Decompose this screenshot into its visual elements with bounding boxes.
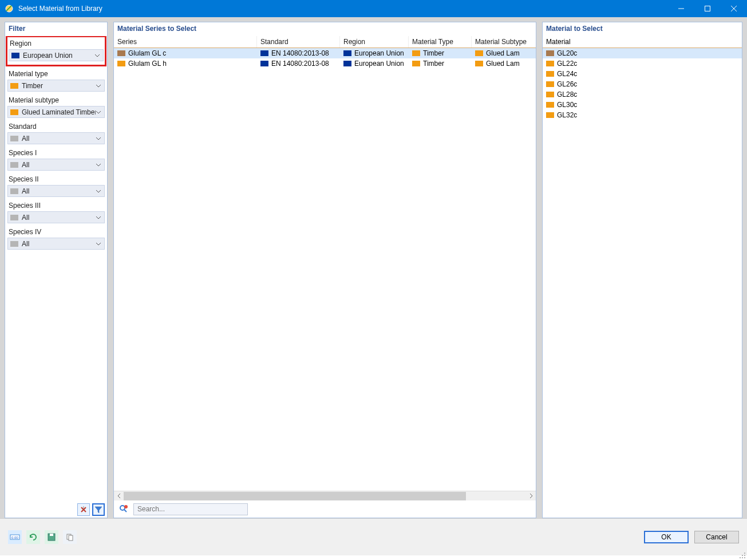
filter-tools [5, 502, 107, 518]
svg-rect-11 [50, 534, 53, 536]
series-table: Series Standard Region Material Type Mat… [114, 36, 536, 69]
filter-material-subtype-combo[interactable]: Glued Laminated Timber [7, 106, 105, 118]
resize-grip-icon[interactable] [739, 552, 746, 559]
ok-button[interactable]: OK [644, 531, 689, 543]
chevron-down-icon [96, 188, 102, 195]
col-material-subtype[interactable]: Material Subtype [472, 36, 536, 48]
swatch-icon [10, 136, 18, 141]
swatch-icon [10, 241, 18, 247]
svg-point-5 [120, 506, 125, 510]
swatch-icon [546, 50, 554, 56]
col-series[interactable]: Series [114, 36, 257, 48]
swatch-icon [475, 61, 483, 66]
series-table-header: Series Standard Region Material Type Mat… [114, 36, 536, 48]
swatch-icon [546, 81, 554, 87]
svg-point-14 [744, 553, 745, 554]
filter-species3-combo[interactable]: All [7, 211, 105, 223]
titlebar: Select Material from Library [0, 0, 747, 17]
swatch-icon [475, 50, 483, 56]
eu-flag-icon [343, 50, 351, 56]
filter-material-subtype-group: Material subtype Glued Laminated Timber [7, 96, 105, 118]
series-panel-header: Material Series to Select [114, 22, 536, 36]
material-row[interactable]: GL28c [543, 89, 742, 100]
svg-point-7 [124, 505, 128, 508]
filter-region-combo[interactable]: European Union [9, 49, 104, 61]
filter-panel-header: Filter [5, 22, 107, 36]
scroll-right-icon[interactable] [526, 491, 536, 501]
swatch-icon [412, 50, 420, 56]
filter-species2-combo[interactable]: All [7, 185, 105, 197]
filter-species4-group: Species IV All [7, 228, 105, 250]
series-row[interactable]: Glulam GL hEN 14080:2013-08European Unio… [114, 58, 536, 69]
swatch-icon [412, 61, 420, 66]
timber-swatch-icon [10, 83, 18, 89]
filter-standard-group: Standard All [7, 123, 105, 144]
filter-species4-combo[interactable]: All [7, 238, 105, 250]
chevron-down-icon [96, 214, 102, 221]
dialog-footer: 0.00 OK Cancel [0, 518, 747, 555]
search-input[interactable] [133, 503, 248, 515]
swatch-icon [546, 61, 554, 66]
material-panel-header: Material to Select [543, 22, 742, 36]
material-row[interactable]: GL20c [543, 48, 742, 58]
chevron-down-icon [96, 82, 102, 89]
save-button[interactable] [45, 530, 58, 544]
clear-filter-button[interactable] [77, 503, 90, 516]
filter-species1-combo[interactable]: All [7, 159, 105, 171]
minimize-button[interactable] [668, 0, 694, 17]
swatch-icon [10, 162, 18, 168]
material-row[interactable]: GL26c [543, 79, 742, 89]
col-standard[interactable]: Standard [257, 36, 340, 48]
svg-point-17 [742, 555, 743, 556]
search-icon-button[interactable] [117, 503, 130, 515]
maximize-button[interactable] [694, 0, 721, 17]
material-panel: Material to Select Material GL20cGL22cGL… [542, 22, 742, 518]
swatch-icon [10, 215, 18, 220]
chevron-down-icon [94, 52, 101, 59]
svg-line-6 [124, 510, 127, 512]
filter-panel: Filter Region European Union Material ty… [5, 22, 108, 518]
material-row[interactable]: GL30c [543, 100, 742, 110]
swatch-icon [10, 109, 18, 115]
chevron-down-icon [96, 240, 102, 247]
filter-region-label: Region [9, 40, 104, 48]
material-column-header[interactable]: Material [543, 36, 742, 48]
eu-flag-icon [260, 61, 268, 66]
material-row[interactable]: GL24c [543, 69, 742, 79]
filter-species3-group: Species III All [7, 202, 105, 223]
units-button[interactable]: 0.00 [8, 530, 22, 544]
filter-species1-group: Species I All [7, 149, 105, 171]
swatch-icon [546, 102, 554, 108]
series-hscrollbar[interactable] [114, 491, 536, 500]
svg-point-18 [742, 557, 743, 558]
swatch-icon [546, 71, 554, 77]
svg-rect-2 [705, 6, 710, 11]
scroll-left-icon[interactable] [114, 491, 124, 501]
app-icon [5, 4, 14, 13]
svg-point-16 [744, 557, 745, 558]
chevron-down-icon [96, 135, 102, 142]
material-row[interactable]: GL32c [543, 110, 742, 120]
series-row[interactable]: Glulam GL cEN 14080:2013-08European Unio… [114, 48, 536, 58]
svg-text:0.00: 0.00 [11, 536, 18, 539]
scroll-thumb[interactable] [124, 492, 466, 500]
close-button[interactable] [721, 0, 747, 17]
filter-region-group: Region European Union [6, 36, 106, 66]
col-region[interactable]: Region [340, 36, 409, 48]
swatch-icon [10, 188, 18, 194]
svg-point-19 [740, 557, 741, 558]
swatch-icon [117, 61, 125, 66]
svg-rect-13 [69, 535, 73, 541]
eu-flag-icon [343, 61, 351, 66]
material-row[interactable]: GL22c [543, 58, 742, 69]
refresh-button[interactable] [26, 530, 40, 544]
eu-flag-icon [260, 50, 268, 56]
filter-material-type-combo[interactable]: Timber [7, 80, 105, 92]
copy-button[interactable] [63, 530, 77, 544]
apply-filter-button[interactable] [92, 503, 105, 516]
filter-standard-combo[interactable]: All [7, 132, 105, 144]
cancel-button[interactable]: Cancel [694, 531, 739, 543]
filter-material-type-group: Material type Timber [7, 70, 105, 92]
col-material-type[interactable]: Material Type [409, 36, 472, 48]
eu-flag-icon [11, 53, 19, 58]
